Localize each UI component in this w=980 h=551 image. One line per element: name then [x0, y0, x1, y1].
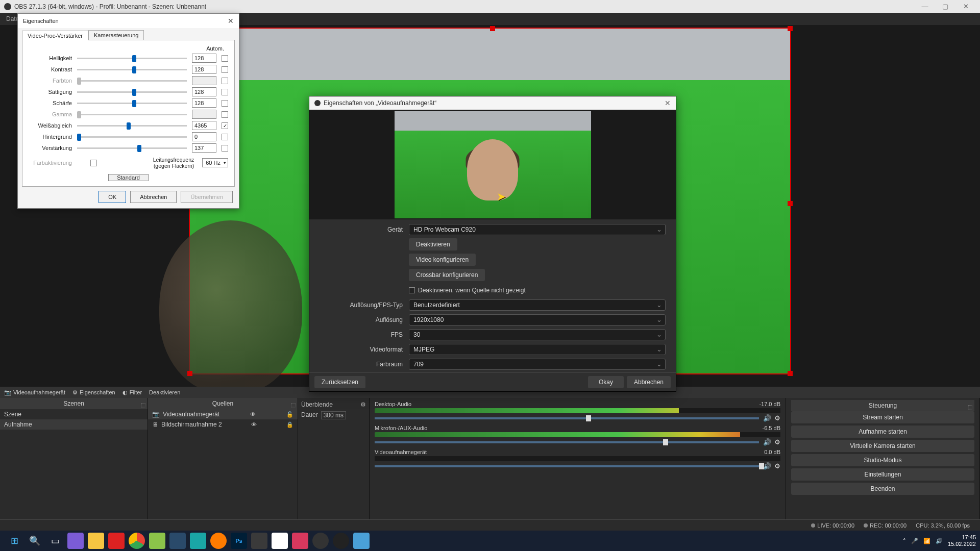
slider[interactable]	[77, 147, 187, 149]
gear-icon[interactable]: ⚙	[360, 401, 366, 408]
ok-button[interactable]: Okay	[588, 376, 624, 388]
close-button[interactable]: ✕	[955, 3, 976, 10]
volume-slider[interactable]	[375, 465, 759, 467]
auto-checkbox[interactable]	[222, 134, 228, 140]
popout-icon[interactable]: ⬚	[141, 399, 145, 411]
popout-icon[interactable]: ⬚	[968, 402, 972, 413]
app-icon[interactable]	[272, 533, 288, 549]
gear-icon[interactable]: ⚙	[774, 462, 780, 470]
deactivate-hidden-checkbox[interactable]: Deaktivieren, wenn Quelle nicht gezeigt	[409, 287, 666, 294]
tab-camera-control[interactable]: Kamerasteuerung	[88, 30, 144, 40]
minimize-button[interactable]: —	[915, 3, 935, 10]
control-button[interactable]: Stream starten	[791, 411, 974, 423]
device-select[interactable]: HD Pro Webcam C920	[409, 224, 666, 235]
auto-checkbox[interactable]: ✓	[222, 122, 228, 129]
tray-clock[interactable]: 17:45 15.02.2022	[948, 534, 976, 547]
cancel-button[interactable]: Abbrechen	[627, 376, 671, 388]
lock-icon[interactable]: 🔓	[286, 411, 293, 418]
slider[interactable]	[77, 136, 187, 138]
tray-network-icon[interactable]: 📶	[923, 538, 930, 544]
slider[interactable]	[77, 125, 187, 127]
auto-checkbox[interactable]	[222, 66, 228, 73]
app-icon[interactable]	[333, 533, 349, 549]
firefox-icon[interactable]	[210, 533, 227, 549]
value-input[interactable]: 128	[192, 54, 216, 63]
deactivate-button[interactable]: Deaktivieren	[409, 238, 457, 251]
slider[interactable]	[77, 58, 187, 59]
auto-checkbox[interactable]	[222, 145, 228, 152]
duration-value[interactable]: 300 ms	[321, 411, 346, 419]
visibility-icon[interactable]: 👁	[250, 411, 256, 417]
tab-video-proc-amp[interactable]: Video-Proc-Verstärker	[22, 31, 88, 40]
app-icon[interactable]	[353, 533, 370, 549]
mute-icon[interactable]: 🔊	[763, 414, 771, 422]
auto-checkbox[interactable]	[222, 111, 228, 118]
apply-button[interactable]: Übernehmen	[181, 191, 233, 203]
lock-icon[interactable]: 🔒	[286, 421, 293, 428]
value-input[interactable]: 128	[192, 65, 216, 74]
source-item[interactable]: 🖥 Bildschirmaufnahme 2 👁 🔒	[148, 419, 298, 430]
videoformat-select[interactable]: MJPEG	[409, 344, 666, 355]
value-input[interactable]: 0	[192, 132, 216, 141]
control-button[interactable]: Beenden	[791, 483, 974, 495]
windows-taskbar[interactable]: ⊞ 🔍 ▭ Ps ˄ 🎤 📶 🔊 17:45 15.02.2022	[0, 531, 980, 551]
source-item[interactable]: 📷 Videoaufnahmegerät 👁 🔓	[148, 409, 298, 419]
control-button[interactable]: Studio-Modus	[791, 454, 974, 466]
slider[interactable]	[77, 103, 187, 104]
search-icon[interactable]: 🔍	[27, 533, 43, 549]
dialog-titlebar[interactable]: Eigenschaften ✕	[18, 14, 239, 28]
tray-chevron-icon[interactable]: ˄	[903, 538, 906, 544]
ok-button[interactable]: OK	[99, 191, 126, 203]
value-input[interactable]: 128	[192, 98, 216, 108]
transition-type[interactable]: Überblende	[301, 401, 333, 408]
selection-handle[interactable]	[490, 26, 495, 31]
slider[interactable]	[77, 91, 187, 93]
auto-checkbox[interactable]	[222, 89, 228, 95]
volume-slider[interactable]	[375, 441, 759, 443]
photoshop-icon[interactable]: Ps	[231, 533, 247, 549]
explorer-icon[interactable]	[88, 533, 104, 549]
control-button[interactable]: Virtuelle Kamera starten	[791, 440, 974, 452]
reset-button[interactable]: Zurücksetzen	[314, 376, 365, 388]
cancel-button[interactable]: Abbrechen	[130, 191, 177, 203]
mute-icon[interactable]: 🔊	[763, 462, 771, 470]
control-button[interactable]: Einstellungen	[791, 468, 974, 481]
selection-handle[interactable]	[788, 26, 793, 31]
standard-button[interactable]: Standard	[108, 174, 149, 181]
tray-mic-icon[interactable]: 🎤	[911, 538, 918, 544]
chrome-icon[interactable]	[129, 533, 145, 549]
configure-video-button[interactable]: Video konfigurieren	[409, 254, 476, 266]
app-icon[interactable]	[292, 533, 308, 549]
control-button[interactable]: Aufnahme starten	[791, 425, 974, 438]
app-icon[interactable]	[251, 533, 267, 549]
app-icon[interactable]	[190, 533, 206, 549]
selection-handle[interactable]	[788, 201, 793, 206]
flicker-select[interactable]: 60 Hz	[202, 158, 228, 167]
app-icon[interactable]	[169, 533, 186, 549]
gear-icon[interactable]: ⚙	[774, 438, 780, 446]
slider[interactable]	[77, 69, 187, 70]
selection-handle[interactable]	[788, 371, 793, 376]
obs-taskbar-icon[interactable]	[312, 533, 329, 549]
close-icon[interactable]: ✕	[665, 99, 671, 107]
scene-item[interactable]: Aufnahme	[0, 419, 148, 430]
maximize-button[interactable]: ▢	[935, 3, 955, 10]
gear-icon[interactable]: ⚙	[774, 414, 780, 422]
selection-handle[interactable]	[187, 371, 192, 376]
start-icon[interactable]: ⊞	[6, 533, 22, 549]
tray-volume-icon[interactable]: 🔊	[936, 538, 943, 544]
volume-slider[interactable]	[375, 417, 759, 419]
value-input[interactable]: 137	[192, 143, 216, 153]
value-input[interactable]: 128	[192, 87, 216, 96]
fps-select[interactable]: 30	[409, 329, 666, 340]
colorspace-select[interactable]: 709	[409, 359, 666, 370]
close-icon[interactable]: ✕	[228, 17, 234, 25]
dialog-titlebar[interactable]: Eigenschaften von „Videoaufnahmegerät“ ✕	[309, 96, 676, 110]
mute-icon[interactable]: 🔊	[763, 438, 771, 446]
configure-crossbar-button[interactable]: Crossbar konfigurieren	[409, 269, 485, 281]
value-input[interactable]: 4365	[192, 121, 216, 130]
auto-checkbox[interactable]	[222, 55, 228, 62]
deactivate-button[interactable]: Deaktivieren	[149, 389, 180, 395]
scene-item[interactable]: Szene	[0, 409, 148, 419]
colorenable-checkbox[interactable]	[90, 160, 97, 166]
